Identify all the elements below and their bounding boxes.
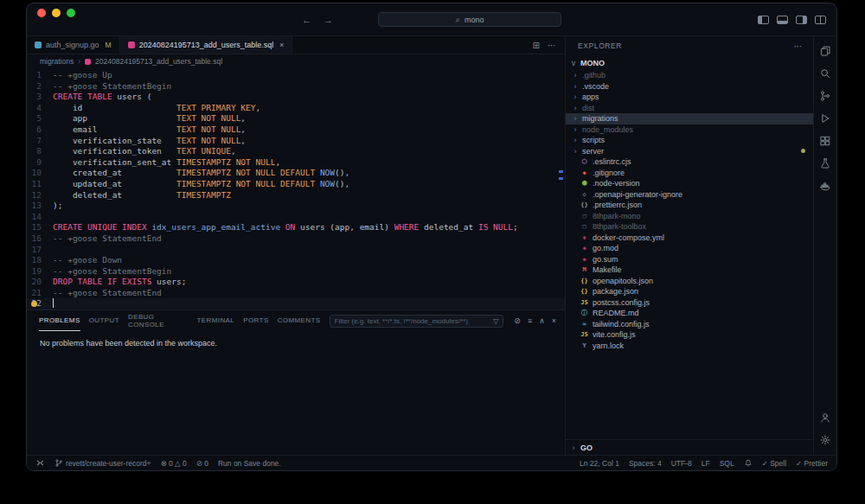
close-window-button[interactable] (37, 9, 46, 17)
clear-filter-icon[interactable]: ⊘ (514, 316, 521, 325)
maximize-panel-icon[interactable]: ∧ (539, 316, 545, 325)
panel-tab-comments[interactable]: COMMENTS (278, 310, 321, 331)
panel-tab-terminal[interactable]: TERMINAL (197, 310, 235, 331)
source-control-icon[interactable] (814, 85, 837, 107)
tree-item-apps[interactable]: ›apps (566, 92, 813, 103)
minimize-window-button[interactable] (52, 9, 61, 17)
tree-item-node-modules[interactable]: ›node_modules (566, 124, 813, 136)
code-line[interactable]: 13); (27, 201, 565, 212)
docker-icon[interactable] (814, 175, 837, 197)
code-editor[interactable]: 1-- +goose Up2-- +goose StatementBegin3C… (27, 68, 565, 309)
code-line[interactable]: 12 deleted_at TIMESTAMPTZ (27, 190, 565, 201)
code-line[interactable]: 17 (27, 245, 565, 256)
customize-layout-icon[interactable] (815, 16, 826, 24)
notifications-bell-icon[interactable] (744, 459, 753, 468)
code-line[interactable]: 5 app TEXT NOT NULL, (27, 113, 565, 124)
tree-item-server[interactable]: ›server (566, 146, 813, 157)
code-line[interactable]: 22 (27, 298, 565, 309)
nav-forward-icon[interactable]: → (324, 15, 333, 25)
tree-item-postcss-config-js[interactable]: JSpostcss.config.js (566, 297, 813, 309)
tree-item--prettierrc-json[interactable]: {}.prettierrc.json (566, 200, 813, 211)
view-as-table-icon[interactable]: ≡ (528, 316, 532, 325)
tree-item--gitignore[interactable]: ◆.gitignore (566, 168, 813, 179)
code-line[interactable]: 15CREATE UNIQUE INDEX idx_users_app_emai… (27, 222, 565, 233)
code-line[interactable]: 11 updated_at TIMESTAMPTZ NOT NULL DEFAU… (27, 179, 565, 190)
code-line[interactable]: 6 email TEXT NOT NULL, (27, 124, 565, 136)
problems-status[interactable]: ⊗ 0 △ 0 (161, 459, 187, 468)
code-line[interactable]: 2-- +goose StatementBegin (27, 81, 565, 93)
tree-item-dist[interactable]: ›dist (566, 103, 813, 114)
tree-item--eslintrc-cjs[interactable]: ⬡.eslintrc.cjs (566, 156, 813, 168)
editor-tab[interactable]: 20240824195713_add_users_table.sql× (120, 36, 293, 54)
tree-item-yarn-lock[interactable]: Yyarn.lock (566, 341, 813, 352)
git-branch-status[interactable]: revett/create-user-record+ (54, 458, 151, 468)
search-icon[interactable] (814, 62, 837, 85)
breadcrumb-file[interactable]: 20240824195713_add_users_table.sql (95, 57, 222, 66)
toggle-panel-icon[interactable] (777, 16, 788, 24)
tree-item-8thpark-toolbox[interactable]: ▢8thpark-toolbox (566, 221, 813, 233)
code-line[interactable]: 16-- +goose StatementEnd (27, 233, 565, 245)
tree-item-8thpark-mono[interactable]: ▢8thpark-mono (566, 211, 813, 222)
tree-item--node-version[interactable]: ⬢.node-version (566, 178, 813, 189)
tree-item-scripts[interactable]: ›scripts (566, 135, 813, 146)
run-debug-icon[interactable] (814, 107, 837, 130)
more-actions-icon[interactable]: ⋯ (793, 41, 803, 51)
problems-filter[interactable]: ▽ (330, 315, 504, 328)
panel-tab-ports[interactable]: PORTS (243, 310, 268, 331)
accounts-icon[interactable] (814, 406, 837, 429)
tree-item--vscode[interactable]: ›.vscode (566, 81, 813, 93)
code-line[interactable]: 4 id TEXT PRIMARY KEY, (27, 103, 565, 114)
section-mono[interactable]: ∨ MONO (566, 55, 813, 70)
tree-item-vite-config-js[interactable]: JSvite.config.js (566, 329, 813, 341)
spell-status[interactable]: ✓ Spell (762, 459, 786, 468)
close-panel-icon[interactable]: × (552, 316, 556, 325)
language-mode[interactable]: SQL (720, 459, 734, 468)
settings-gear-icon[interactable] (814, 429, 837, 451)
prettier-status[interactable]: ✓ Prettier (796, 459, 828, 468)
tree-item-readme-md[interactable]: ⓘREADME.md (566, 308, 813, 319)
command-center-search[interactable]: ⌕ mono (378, 12, 561, 27)
tree-item-docker-compose-yml[interactable]: ❖docker-compose.yml (566, 233, 813, 244)
code-line[interactable]: 18-- +goose Down (27, 255, 565, 266)
tree-item-openapitools-json[interactable]: {}openapitools.json (566, 276, 813, 287)
code-line[interactable]: 9 verification_sent_at TIMESTAMPTZ NOT N… (27, 157, 565, 169)
code-line[interactable]: 14 (27, 212, 565, 223)
tree-item--openapi-generator-ignore[interactable]: ◇.openapi-generator-ignore (566, 189, 813, 201)
code-line[interactable]: 21-- +goose StatementEnd (27, 288, 565, 299)
panel-tab-problems[interactable]: PROBLEMS (39, 310, 80, 331)
nav-back-icon[interactable]: ← (302, 15, 311, 25)
more-actions-icon[interactable]: ⋯ (548, 41, 556, 50)
section-go[interactable]: › GO (566, 439, 813, 455)
code-line[interactable]: 20DROP TABLE IF EXISTS users; (27, 277, 565, 288)
sync-status[interactable]: ⊘ 0 (196, 459, 208, 468)
encoding[interactable]: UTF-8 (671, 459, 692, 468)
remote-indicator[interactable] (35, 458, 45, 468)
toggle-primary-sidebar-icon[interactable] (758, 16, 769, 24)
code-line[interactable]: 7 verification_state TEXT NOT NULL, (27, 136, 565, 147)
split-editor-icon[interactable]: ⊞ (533, 41, 540, 50)
tree-item-go-mod[interactable]: ◈go.mod (566, 243, 813, 254)
breadcrumb-folder[interactable]: migrations (40, 57, 74, 66)
eol[interactable]: LF (702, 459, 710, 468)
code-line[interactable]: 3CREATE TABLE users ( (27, 92, 565, 103)
code-line[interactable]: 19-- +goose StatementBegin (27, 266, 565, 278)
code-line[interactable]: 1-- +goose Up (27, 70, 565, 81)
indentation[interactable]: Spaces: 4 (629, 459, 662, 468)
tree-item-package-json[interactable]: {}package.json (566, 286, 813, 297)
toggle-secondary-sidebar-icon[interactable] (796, 16, 807, 24)
panel-tab-output[interactable]: OUTPUT (89, 310, 119, 331)
close-tab-icon[interactable]: × (279, 41, 284, 49)
editor-tab[interactable]: auth_signup.goM (27, 36, 120, 54)
testing-icon[interactable] (814, 152, 837, 175)
cursor-position[interactable]: Ln 22, Col 1 (580, 459, 619, 468)
tree-item--github[interactable]: ›.github (566, 70, 813, 81)
code-line[interactable]: 8 verification_token TEXT UNIQUE, (27, 146, 565, 157)
code-line[interactable]: 10 created_at TIMESTAMPTZ NOT NULL DEFAU… (27, 168, 565, 179)
tree-item-migrations[interactable]: ›migrations (566, 113, 813, 124)
tree-item-go-sum[interactable]: ◈go.sum (566, 254, 813, 265)
extensions-icon[interactable] (814, 130, 837, 152)
explorer-icon[interactable] (814, 40, 837, 62)
tree-item-tailwind-config-js[interactable]: ≈tailwind.config.js (566, 319, 813, 330)
tree-item-makefile[interactable]: MMakefile (566, 265, 813, 276)
zoom-window-button[interactable] (67, 9, 75, 17)
